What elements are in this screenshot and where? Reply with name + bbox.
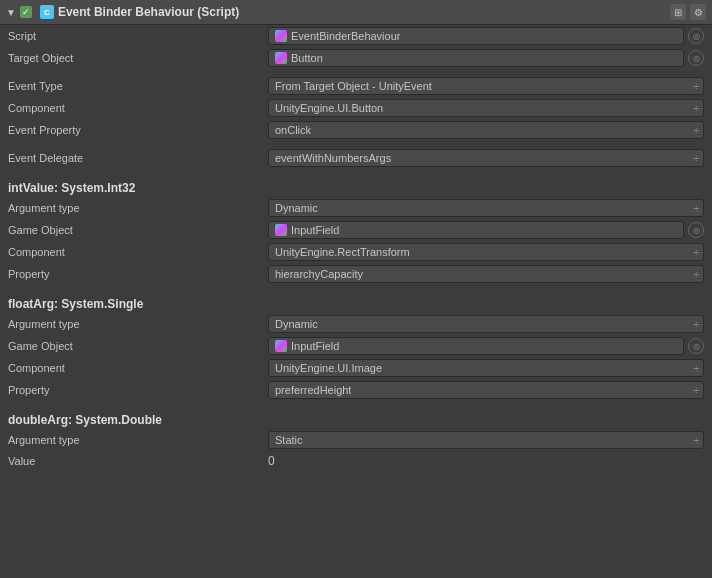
section1-arg-type-dropdown[interactable]: Dynamic bbox=[268, 199, 704, 217]
section2-property-value: preferredHeight bbox=[275, 384, 351, 396]
event-delegate-value-container: eventWithNumbersArgs bbox=[268, 149, 704, 167]
section1-component-value-container: UnityEngine.RectTransform bbox=[268, 243, 704, 261]
section1-component-row: Component UnityEngine.RectTransform bbox=[0, 241, 712, 263]
section2-component-dropdown[interactable]: UnityEngine.UI.Image bbox=[268, 359, 704, 377]
section1-game-object-value: InputField bbox=[291, 224, 339, 236]
section1-header: intValue: System.Int32 bbox=[0, 175, 712, 197]
panel-title: Event Binder Behaviour (Script) bbox=[58, 5, 666, 19]
section1-arg-type-row: Argument type Dynamic bbox=[0, 197, 712, 219]
component-value-container: UnityEngine.UI.Button bbox=[268, 99, 704, 117]
header-icons: ⊞ ⚙ bbox=[670, 4, 706, 20]
section2-arg-type-dropdown[interactable]: Dynamic bbox=[268, 315, 704, 333]
target-object-field[interactable]: Button bbox=[268, 49, 684, 67]
section1-game-object-label: Game Object bbox=[8, 224, 268, 236]
section1-game-object-field[interactable]: InputField bbox=[268, 221, 684, 239]
target-object-label: Target Object bbox=[8, 52, 268, 64]
section2-arg-type-label: Argument type bbox=[8, 318, 268, 330]
section3-arg-type-value-container: Static bbox=[268, 431, 704, 449]
section1-property-value-container: hierarchyCapacity bbox=[268, 265, 704, 283]
event-property-value-container: onClick bbox=[268, 121, 704, 139]
section2-component-value: UnityEngine.UI.Image bbox=[275, 362, 382, 374]
section2-component-label: Component bbox=[8, 362, 268, 374]
component-value: UnityEngine.UI.Button bbox=[275, 102, 383, 114]
event-type-value: From Target Object - UnityEvent bbox=[275, 80, 432, 92]
section3-arg-type-label: Argument type bbox=[8, 434, 268, 446]
enable-checkbox[interactable]: ✓ bbox=[20, 6, 32, 18]
component-row: Component UnityEngine.UI.Button bbox=[0, 97, 712, 119]
section1-arg-type-value: Dynamic bbox=[275, 202, 318, 214]
section1-arg-type-value-container: Dynamic bbox=[268, 199, 704, 217]
layout-icon[interactable]: ⊞ bbox=[670, 4, 686, 20]
event-property-row: Event Property onClick bbox=[0, 119, 712, 141]
section1-property-label: Property bbox=[8, 268, 268, 280]
component-dropdown[interactable]: UnityEngine.UI.Button bbox=[268, 99, 704, 117]
section3-arg-type-value: Static bbox=[275, 434, 303, 446]
target-object-icon bbox=[275, 52, 287, 64]
section1-property-dropdown[interactable]: hierarchyCapacity bbox=[268, 265, 704, 283]
section3-arg-type-row: Argument type Static bbox=[0, 429, 712, 451]
event-delegate-label: Event Delegate bbox=[8, 152, 268, 164]
expand-arrow[interactable]: ▼ bbox=[6, 7, 16, 18]
section2-game-object-value-container: InputField ◎ bbox=[268, 337, 704, 355]
section2-arg-type-row: Argument type Dynamic bbox=[0, 313, 712, 335]
section1-game-object-value-container: InputField ◎ bbox=[268, 221, 704, 239]
section1-component-value: UnityEngine.RectTransform bbox=[275, 246, 410, 258]
section1-game-object-icon bbox=[275, 224, 287, 236]
script-value: EventBinderBehaviour bbox=[291, 30, 400, 42]
section1-game-object-select-btn[interactable]: ◎ bbox=[688, 222, 704, 238]
section2-game-object-label: Game Object bbox=[8, 340, 268, 352]
section2-game-object-icon bbox=[275, 340, 287, 352]
settings-icon[interactable]: ⚙ bbox=[690, 4, 706, 20]
panel-header: ▼ ✓ C Event Binder Behaviour (Script) ⊞ … bbox=[0, 0, 712, 25]
section2-property-row: Property preferredHeight bbox=[0, 379, 712, 401]
section2-arg-type-value: Dynamic bbox=[275, 318, 318, 330]
event-type-label: Event Type bbox=[8, 80, 268, 92]
script-select-btn[interactable]: ◎ bbox=[688, 28, 704, 44]
section1-property-value: hierarchyCapacity bbox=[275, 268, 363, 280]
section3-value: 0 bbox=[268, 454, 275, 468]
section2-game-object-value: InputField bbox=[291, 340, 339, 352]
target-object-value-container: Button ◎ bbox=[268, 49, 704, 67]
section2-property-label: Property bbox=[8, 384, 268, 396]
section1-property-row: Property hierarchyCapacity bbox=[0, 263, 712, 285]
section3-value-label: Value bbox=[8, 455, 268, 467]
component-label: Component bbox=[8, 102, 268, 114]
event-delegate-value: eventWithNumbersArgs bbox=[275, 152, 391, 164]
section1-game-object-row: Game Object InputField ◎ bbox=[0, 219, 712, 241]
section2-property-value-container: preferredHeight bbox=[268, 381, 704, 399]
event-delegate-dropdown[interactable]: eventWithNumbersArgs bbox=[268, 149, 704, 167]
section2-arg-type-value-container: Dynamic bbox=[268, 315, 704, 333]
section3-arg-type-dropdown[interactable]: Static bbox=[268, 431, 704, 449]
script-row: Script EventBinderBehaviour ◎ bbox=[0, 25, 712, 47]
section3-value-row: Value 0 bbox=[0, 451, 712, 471]
section2-game-object-row: Game Object InputField ◎ bbox=[0, 335, 712, 357]
section2-game-object-select-btn[interactable]: ◎ bbox=[688, 338, 704, 354]
section1-component-label: Component bbox=[8, 246, 268, 258]
section2-game-object-field[interactable]: InputField bbox=[268, 337, 684, 355]
event-property-value: onClick bbox=[275, 124, 311, 136]
event-type-value-container: From Target Object - UnityEvent bbox=[268, 77, 704, 95]
target-object-row: Target Object Button ◎ bbox=[0, 47, 712, 69]
script-object-icon bbox=[275, 30, 287, 42]
section2-component-row: Component UnityEngine.UI.Image bbox=[0, 357, 712, 379]
target-object-select-btn[interactable]: ◎ bbox=[688, 50, 704, 66]
section1-arg-type-label: Argument type bbox=[8, 202, 268, 214]
script-field[interactable]: EventBinderBehaviour bbox=[268, 27, 684, 45]
script-label: Script bbox=[8, 30, 268, 42]
section2-header: floatArg: System.Single bbox=[0, 291, 712, 313]
event-property-label: Event Property bbox=[8, 124, 268, 136]
event-type-row: Event Type From Target Object - UnityEve… bbox=[0, 75, 712, 97]
section3-header: doubleArg: System.Double bbox=[0, 407, 712, 429]
event-delegate-row: Event Delegate eventWithNumbersArgs bbox=[0, 147, 712, 169]
section2-property-dropdown[interactable]: preferredHeight bbox=[268, 381, 704, 399]
event-property-dropdown[interactable]: onClick bbox=[268, 121, 704, 139]
section3-value-container: 0 bbox=[268, 454, 704, 468]
script-value-container: EventBinderBehaviour ◎ bbox=[268, 27, 704, 45]
event-type-dropdown[interactable]: From Target Object - UnityEvent bbox=[268, 77, 704, 95]
section2-component-value-container: UnityEngine.UI.Image bbox=[268, 359, 704, 377]
script-icon: C bbox=[40, 5, 54, 19]
section1-component-dropdown[interactable]: UnityEngine.RectTransform bbox=[268, 243, 704, 261]
target-object-value: Button bbox=[291, 52, 323, 64]
